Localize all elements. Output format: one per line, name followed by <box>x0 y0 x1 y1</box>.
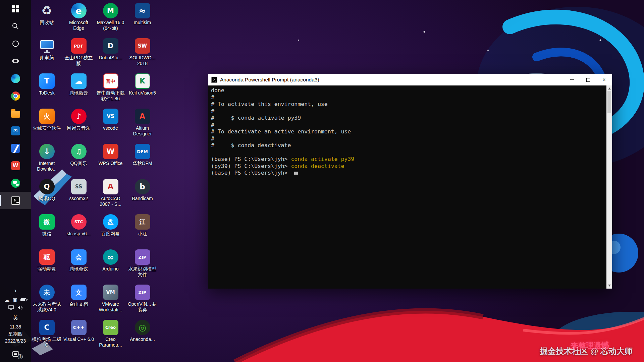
desktop-icon-wechat[interactable]: 微微信 <box>31 212 63 247</box>
desktop-icon-anaconda[interactable]: ◎Anaconda... <box>126 317 158 353</box>
cortana-button[interactable] <box>0 35 31 52</box>
netease-music-icon: ♪ <box>71 109 87 124</box>
desktop-icon-dobot[interactable]: DDobotStu... <box>95 36 126 71</box>
terminal-title: Anaconda Powershell Prompt (anaconda3) <box>220 77 319 83</box>
scroll-down-icon[interactable] <box>608 285 611 287</box>
desktop-icon-solidworks[interactable]: SWSOLIDWO... 2018 <box>126 36 158 71</box>
taskbar-bluedoc-button[interactable] <box>0 139 31 157</box>
desktop-icon-maxwell[interactable]: MMaxwell 16.0 (64-bit) <box>95 1 126 36</box>
terminal-line: # To activate this environment, use <box>211 101 606 108</box>
taskbar-edge-button[interactable] <box>0 70 31 87</box>
desktop-icon-weiyun[interactable]: ☁腾讯微云 <box>63 71 95 106</box>
qq-music-icon: ♫ <box>71 144 87 159</box>
terminal-window: Anaconda Powershell Prompt (anaconda3) ×… <box>208 74 612 289</box>
terminal-line: # <box>211 94 606 101</box>
desktop-icon-edge[interactable]: eMicrosoft Edge <box>63 1 95 36</box>
taskbar-tray-section: › ☁ ▣ <box>0 285 31 362</box>
screenshot-tool-icon[interactable]: ▣ <box>12 297 17 302</box>
desktop-icon-qq[interactable]: Q腾讯QQ <box>31 177 63 212</box>
scrollbar-thumb[interactable] <box>607 91 611 113</box>
desktop-icon-weilai-edu[interactable]: 未未来教育考试系统V4.0 <box>31 282 63 317</box>
task-view-button[interactable] <box>0 52 31 70</box>
terminal-line: done <box>211 87 606 94</box>
creo-icon: Creo <box>103 320 118 335</box>
network-icon[interactable] <box>8 305 14 310</box>
desktop-icon-netease-music[interactable]: ♪网易云音乐 <box>63 106 95 141</box>
desktop-icon-todesk[interactable]: TToDesk <box>31 71 63 106</box>
sscom32-icon: SS <box>71 179 87 194</box>
close-button[interactable]: × <box>596 74 612 85</box>
desktop-icon-label: vscode <box>103 125 118 131</box>
desktop-icon-keil[interactable]: KKeil uVision5 <box>126 71 158 106</box>
show-hidden-icons-button[interactable]: › <box>0 285 31 296</box>
wechat-icon <box>11 179 20 188</box>
desktop-icon-qq-music[interactable]: ♫QQ音乐 <box>63 141 95 177</box>
start-button[interactable] <box>0 0 31 17</box>
terminal-output[interactable]: done## To activate this environment, use… <box>208 85 606 289</box>
terminal-titlebar[interactable]: Anaconda Powershell Prompt (anaconda3) × <box>208 74 612 85</box>
desktop-icon-bandicam[interactable]: bBandicam <box>126 177 158 212</box>
desktop-icon-huorong[interactable]: 火火绒安全软件 <box>31 106 63 141</box>
desktop-icon-jinshan-pdf[interactable]: PDF金山PDF独立版 <box>63 36 95 71</box>
monikaochang-icon: C <box>39 320 55 335</box>
desktop-icon-dfm[interactable]: DFM华秋DFM <box>126 141 158 177</box>
desktop-icon-label: DobotStu... <box>99 55 122 61</box>
fruit-model-icon: ZIP <box>135 249 150 265</box>
desktop-icon-tencent-meeting[interactable]: 会腾讯会议 <box>63 247 95 282</box>
altium-icon: A <box>135 109 150 124</box>
desktop-icon-vscode[interactable]: VSvscode <box>95 106 126 141</box>
terminal-scrollbar[interactable] <box>606 85 612 289</box>
taskbar-folder-button[interactable] <box>0 105 31 122</box>
taskbar-clock[interactable]: 11:38 星期四 2022/6/23 <box>5 323 26 345</box>
minimize-button[interactable] <box>564 74 580 85</box>
desktop-icon-creo[interactable]: CreoCreo Parametr... <box>95 317 126 353</box>
desktop-icon-recycle-bin[interactable]: ♻回收站 <box>31 1 63 36</box>
puzhong-isp-icon: 普中 <box>103 73 118 89</box>
desktop-icon-autocad[interactable]: AAutoCAD 2007 - S... <box>95 177 126 212</box>
stc-isp-icon: STC <box>71 214 87 230</box>
desktop-icon-altium[interactable]: AAltium Designer <box>126 106 158 141</box>
maximize-button[interactable] <box>580 74 596 85</box>
desktop-icon-fruit-model[interactable]: ZIP水果识别模型文件 <box>126 247 158 282</box>
desktop-icon-label: 普中自动下载软件1.86 <box>95 90 126 101</box>
desktop-icon-baidu-pan[interactable]: 盘百度网盘 <box>95 212 126 247</box>
taskbar-chrome-button[interactable] <box>0 87 31 105</box>
language-indicator[interactable]: 英 <box>13 314 18 321</box>
scroll-up-icon[interactable] <box>608 87 611 89</box>
desktop-icon-jinshan-docs[interactable]: 文金山文档 <box>63 282 95 317</box>
search-button[interactable] <box>0 17 31 35</box>
desktop-icon-sscom32[interactable]: SSsscom32 <box>63 177 95 212</box>
desktop-icon-arduino[interactable]: ∞Arduino <box>95 247 126 282</box>
desktop-icon-label: 小江 <box>138 231 147 237</box>
desktop-icon-this-pc[interactable]: 此电脑 <box>31 36 63 71</box>
desktop-icon-idm[interactable]: ↓Internet Downlo... <box>31 141 63 177</box>
taskbar-wechat-button[interactable] <box>0 174 31 192</box>
edge-icon <box>11 74 20 83</box>
desktop-icon-xiaojiang[interactable]: 江小江 <box>126 212 158 247</box>
tray-row-1: ☁ ▣ <box>4 297 26 302</box>
desktop-icon-wps-office[interactable]: WWPS Office <box>95 141 126 177</box>
desktop-icon-label: sscom32 <box>69 196 88 201</box>
taskbar-terminal-button[interactable] <box>0 192 31 209</box>
desktop-icon-monikaochang[interactable]: C模拟考场 二级C <box>31 317 63 353</box>
desktop-icon-puzhong-isp[interactable]: 普中普中自动下载软件1.86 <box>95 71 126 106</box>
desktop-icon-stc-isp[interactable]: STCstc-isp-v6... <box>63 212 95 247</box>
desktop-icon-multisim[interactable]: ≈multisim <box>126 1 158 36</box>
desktop-icon-label: 微信 <box>42 231 52 237</box>
desktop-icon-qudong[interactable]: 驱驱动精灵 <box>31 247 63 282</box>
taskbar-wps-button[interactable]: W <box>0 157 31 174</box>
baidu-pan-icon: 盘 <box>103 214 118 230</box>
taskbar-mail-button[interactable]: ✉ <box>0 122 31 139</box>
battery-icon[interactable] <box>20 298 26 301</box>
dfm-icon: DFM <box>135 144 150 159</box>
action-center-button[interactable]: 1 <box>0 347 31 361</box>
volume-icon[interactable] <box>17 305 23 310</box>
desktop-icon-label: 模拟考场 二级C <box>31 337 62 348</box>
terminal-line <box>211 149 606 156</box>
desktop-icon-label: 水果识别模型文件 <box>127 266 158 277</box>
desktop-icon-vc6[interactable]: C++Visual C++ 6.0 <box>63 317 95 353</box>
desktop-icon-openvino[interactable]: ZIPOpenVIN... 封装类 <box>126 282 158 317</box>
desktop-icon-vmware[interactable]: VMVMware Workstati... <box>95 282 126 317</box>
desktop-icon-label: stc-isp-v6... <box>67 231 91 237</box>
onedrive-cloud-icon[interactable]: ☁ <box>4 297 9 302</box>
